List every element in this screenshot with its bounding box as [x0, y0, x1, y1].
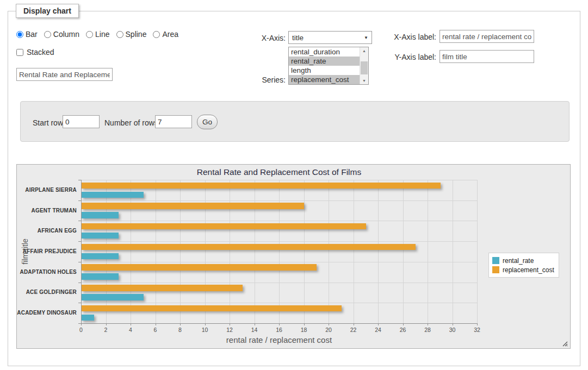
chart-type-option-spline[interactable]: Spline [116, 30, 147, 39]
gridline [428, 180, 428, 323]
bar-rental_rate [82, 273, 119, 280]
series-option-length[interactable]: length [289, 66, 360, 75]
chart-type-option-column[interactable]: Column [44, 30, 79, 39]
stacked-row: Stacked [16, 48, 54, 57]
fieldset-legend: Display chart [16, 4, 79, 18]
gridline [453, 180, 453, 323]
legend-swatch [492, 257, 499, 264]
legend-label: rental_rate [503, 257, 534, 265]
chart-type-label: Bar [26, 30, 38, 39]
gridline [81, 262, 477, 262]
series-option-rental_duration[interactable]: rental_duration [289, 47, 360, 57]
chart-type-option-line[interactable]: Line [86, 30, 109, 39]
category-label: ACE GOLDFINGER [26, 289, 77, 295]
x-tick-label: 16 [276, 327, 282, 333]
y-axis-title: film title [21, 180, 29, 323]
x-tick-label: 26 [400, 327, 406, 333]
chart-type-label: Area [162, 30, 178, 39]
x-tick-label: 8 [178, 327, 182, 333]
gridline [279, 180, 280, 323]
gridline [255, 180, 255, 323]
chart-type-option-bar[interactable]: Bar [16, 30, 38, 39]
y-axis-label-input[interactable] [440, 50, 534, 63]
series-options: rental_durationrental_ratelengthreplacem… [289, 47, 360, 84]
num-rows-input[interactable] [155, 115, 192, 128]
num-rows-label: Number of rows: [104, 118, 160, 127]
page: Display chart BarColumnLineSplineArea St… [0, 0, 588, 370]
chart-title-input[interactable] [16, 68, 113, 81]
category-label: AGENT TRUMAN [31, 208, 77, 214]
bar-replacement_cost [82, 223, 366, 230]
bar-replacement_cost [82, 203, 304, 209]
x-tick-label: 18 [301, 327, 307, 333]
bar-rental_rate [82, 233, 119, 239]
series-option-rental_rate[interactable]: rental_rate [289, 57, 360, 66]
legend-item-replacement_cost: replacement_cost [492, 265, 554, 274]
category-label: AIRPLANE SIERRA [25, 187, 77, 193]
series-multiselect[interactable]: rental_durationrental_ratelengthreplacem… [288, 47, 369, 85]
series-option-replacement_cost[interactable]: replacement_cost [289, 75, 360, 84]
start-row-label: Start row: [33, 118, 65, 127]
scroll-down-icon[interactable]: ▼ [360, 77, 368, 84]
chart-type-label: Line [95, 30, 109, 39]
chart-type-radio-spline[interactable] [116, 31, 123, 38]
gridline [205, 180, 206, 323]
chart-type-radio-column[interactable] [44, 31, 51, 38]
x-tick-label: 2 [104, 327, 108, 333]
bar-replacement_cost [82, 264, 317, 271]
chart-type-radio-area[interactable] [153, 31, 160, 38]
gridline [81, 283, 477, 283]
x-tick-label: 30 [449, 327, 456, 333]
series-scrollbar[interactable]: ▲ ▼ [360, 47, 368, 84]
gridline [477, 180, 478, 323]
gridline [403, 180, 404, 323]
x-tick-label: 0 [79, 327, 83, 333]
start-row-input[interactable] [63, 115, 100, 128]
x-tick-label: 20 [325, 327, 332, 333]
category-label: AFFAIR PREJUDICE [23, 248, 77, 254]
scroll-up-icon[interactable]: ▲ [360, 47, 368, 54]
legend-label: replacement_cost [503, 266, 554, 274]
y-axis-line [81, 180, 82, 323]
x-tick-label: 10 [202, 327, 208, 333]
bar-rental_rate [82, 212, 119, 218]
x-axis-select[interactable]: title ▼ [288, 31, 372, 44]
x-tick-label: 4 [129, 327, 132, 333]
chart-title: Rental Rate and Replacement Cost of Film… [81, 167, 477, 177]
x-axis-line [81, 323, 478, 324]
gridline [81, 303, 477, 303]
chart-panel: Rental Rate and Replacement Cost of Film… [16, 164, 571, 349]
go-button[interactable]: Go [197, 115, 218, 129]
series-select-label: Series: [245, 76, 286, 84]
bar-rental_rate [82, 192, 144, 198]
bar-rental_rate [82, 294, 144, 300]
bar-replacement_cost [82, 244, 416, 250]
x-axis-select-label: X-Axis: [245, 34, 286, 42]
x-tick-label: 32 [474, 327, 480, 333]
legend-item-rental_rate: rental_rate [492, 256, 554, 265]
y-axis-label-label: Y-Axis label: [385, 53, 436, 61]
x-tick-label: 22 [350, 327, 357, 333]
gridline [329, 180, 329, 323]
chart-type-radio-line[interactable] [86, 31, 93, 38]
gridline [131, 180, 131, 323]
gridline [81, 241, 477, 242]
chart-type-label: Column [53, 30, 79, 39]
chevron-down-icon: ▼ [364, 35, 368, 40]
bar-replacement_cost [82, 305, 342, 312]
x-axis-label-label: X-Axis label: [385, 33, 436, 41]
x-axis-label-input[interactable] [440, 30, 534, 43]
gridline [230, 180, 230, 323]
category-label: AFRICAN EGG [38, 228, 77, 234]
chart-type-radio-bar[interactable] [16, 31, 23, 38]
x-tick-label: 28 [424, 327, 431, 333]
x-tick-label: 12 [226, 327, 233, 333]
chart-type-option-area[interactable]: Area [153, 30, 178, 39]
scrollbar-thumb[interactable] [361, 61, 368, 74]
stacked-checkbox[interactable] [16, 49, 23, 56]
x-tick-label: 24 [375, 327, 381, 333]
bar-rental_rate [82, 253, 119, 260]
bar-rental_rate [82, 315, 94, 321]
x-axis-title: rental rate / replacement cost [81, 335, 477, 344]
resize-grip-icon[interactable] [562, 341, 568, 347]
